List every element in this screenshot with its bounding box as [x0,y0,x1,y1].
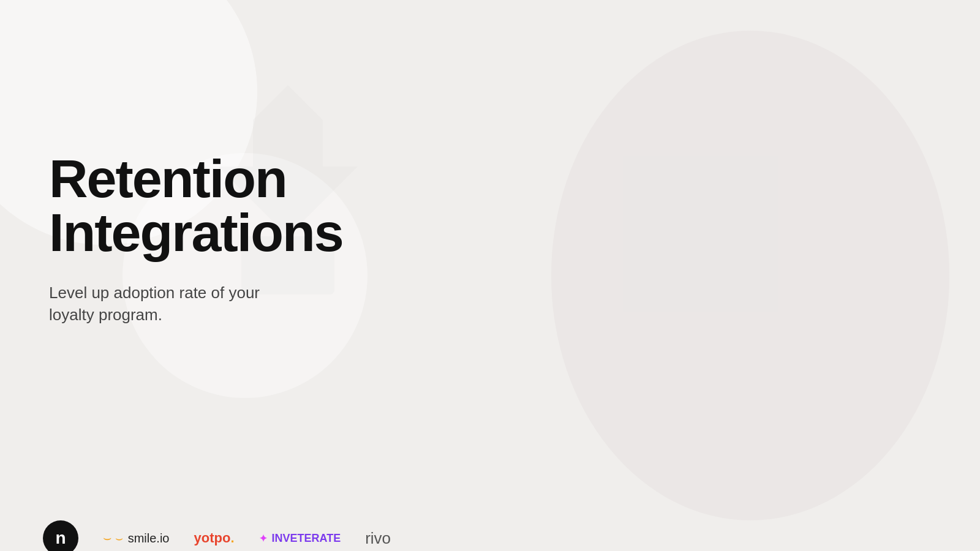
n-logo: n [43,520,78,551]
bg-shape [551,31,949,520]
subtitle: Level up adoption rate of your loyalty p… [49,282,306,326]
heading-line1: Retention [49,148,287,209]
logos-row-1: n ⌣ smile.io yotpo. ✦INVETERATE rivo [43,520,980,551]
inveterate-logo: ✦INVETERATE [259,532,341,545]
rivo-logo: rivo [365,529,391,548]
smile-logo: ⌣ smile.io [103,530,169,546]
yotpo-logo: yotpo. [194,530,234,546]
logos-section: n ⌣ smile.io yotpo. ✦INVETERATE rivo Inf… [43,520,980,551]
main-heading: Retention Integrations [49,152,435,260]
heading-line2: Integrations [49,202,343,263]
left-panel: Retention Integrations Level up adoption… [43,0,435,551]
